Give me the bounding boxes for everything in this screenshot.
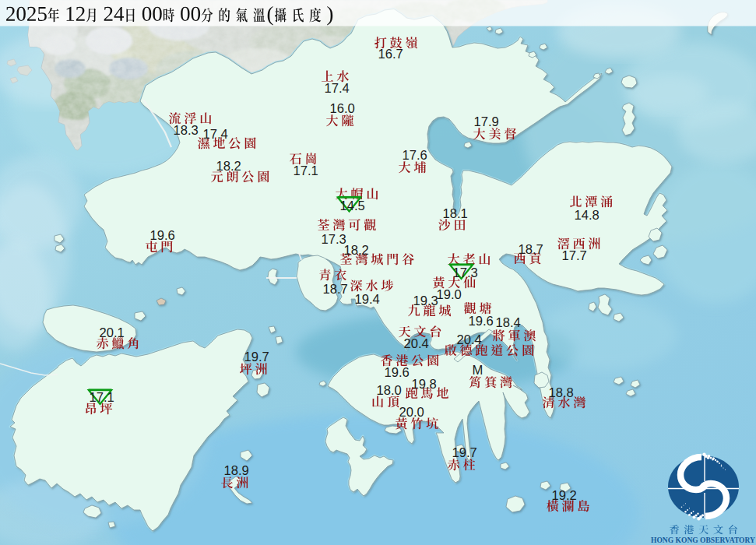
svg-text:19.0: 19.0	[437, 287, 462, 302]
svg-text:17.9: 17.9	[474, 114, 499, 129]
svg-text:16.7: 16.7	[378, 47, 403, 62]
svg-text:18.7: 18.7	[323, 282, 348, 297]
svg-text:18.1: 18.1	[443, 206, 468, 221]
svg-text:17.4: 17.4	[325, 81, 350, 96]
svg-text:18.9: 18.9	[224, 463, 249, 478]
svg-text:20.4: 20.4	[457, 332, 482, 347]
svg-text:19.2: 19.2	[552, 488, 577, 503]
svg-text:18.7: 18.7	[519, 242, 543, 257]
svg-text:18.3: 18.3	[174, 123, 199, 138]
svg-text:20.4: 20.4	[404, 336, 429, 351]
svg-text:19.3: 19.3	[413, 294, 438, 308]
svg-text:M: M	[473, 363, 483, 378]
svg-text:19.6: 19.6	[150, 228, 175, 243]
svg-text:HONG KONG OBSERVATORY: HONG KONG OBSERVATORY	[651, 535, 755, 544]
svg-text:18.4: 18.4	[496, 315, 521, 330]
svg-text:18.2: 18.2	[216, 159, 241, 174]
svg-text:17.3: 17.3	[453, 265, 478, 280]
svg-text:17.7: 17.7	[562, 248, 587, 263]
svg-text:17.1: 17.1	[294, 164, 318, 178]
svg-text:14.8: 14.8	[575, 208, 600, 223]
svg-text:18.2: 18.2	[344, 243, 369, 258]
svg-text:19.6: 19.6	[385, 365, 410, 380]
svg-text:14.5: 14.5	[340, 199, 365, 213]
svg-text:19.7: 19.7	[452, 445, 477, 460]
svg-text:20.0: 20.0	[399, 405, 424, 420]
svg-text:17.4: 17.4	[203, 127, 228, 142]
svg-text:19.4: 19.4	[355, 292, 380, 307]
svg-text:17.3: 17.3	[322, 232, 346, 247]
svg-text:17.6: 17.6	[403, 148, 427, 163]
svg-text:20.1: 20.1	[100, 325, 125, 340]
svg-text:18.8: 18.8	[549, 385, 574, 400]
svg-text:19.7: 19.7	[244, 350, 269, 364]
svg-text:19.6: 19.6	[469, 314, 494, 329]
svg-text:16.0: 16.0	[330, 101, 355, 116]
svg-text:18.0: 18.0	[377, 383, 402, 398]
svg-text:19.8: 19.8	[412, 377, 437, 392]
svg-text:17.1: 17.1	[90, 390, 114, 405]
